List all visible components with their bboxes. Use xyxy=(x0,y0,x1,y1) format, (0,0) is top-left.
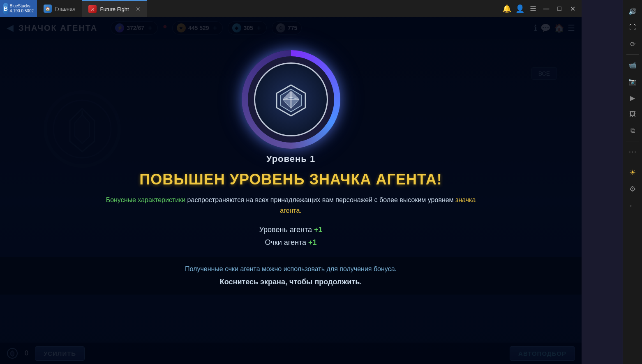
settings-icon[interactable]: ⚙ xyxy=(625,181,640,197)
stat1-label: Уровень агента xyxy=(259,226,312,234)
menu-icon[interactable]: ☰ xyxy=(527,3,539,14)
bluestacks-icon: B xyxy=(3,3,8,14)
tab-home-label: Главная xyxy=(55,6,75,12)
right-sidebar: 🔊 ⛶ ⟳ 📹 📷 ▶ 🖼 ⧉ ⋯ ☀ ⚙ ← xyxy=(623,0,642,364)
sidebar-divider-1 xyxy=(626,54,639,55)
modal-desc-highlight1: Бонусные характеристики xyxy=(106,196,186,203)
sidebar-divider-3 xyxy=(626,162,639,162)
badge-logo-icon xyxy=(270,79,312,120)
video-icon[interactable]: ▶ xyxy=(625,90,640,106)
stat1-bonus: +1 xyxy=(314,226,323,234)
volume-icon[interactable]: 🔊 xyxy=(625,3,640,19)
tab-game[interactable]: ⚔ Future Fight ✕ xyxy=(82,0,147,17)
minimize-button[interactable]: ─ xyxy=(540,3,552,14)
tab-home[interactable]: 🏠 Главная xyxy=(37,0,82,17)
badge-container xyxy=(242,50,340,149)
camera-record-icon[interactable]: 📹 xyxy=(625,57,640,73)
modal-stats: Уровень агента +1 Очки агента +1 xyxy=(259,226,322,247)
modal-hint-text: Полученные очки агента можно использоват… xyxy=(185,265,397,273)
tab-game-label: Future Fight xyxy=(100,6,129,12)
game-tab-icon: ⚔ xyxy=(88,5,97,13)
brightness-icon[interactable]: ☀ xyxy=(625,165,640,180)
modal-overlay[interactable]: Уровень 1 ПОВЫШЕН УРОВЕНЬ ЗНАЧКА АГЕНТА!… xyxy=(0,17,582,364)
account-icon[interactable]: 👤 xyxy=(514,3,526,14)
stat-row-2: Очки агента +1 xyxy=(265,238,316,247)
modal-continue-text[interactable]: Коснитесь экрана, чтобы продолжить. xyxy=(220,278,362,286)
home-tab-icon: 🏠 xyxy=(44,5,52,13)
stat-row-1: Уровень агента +1 xyxy=(259,226,322,234)
game-area: ◀ ЗНАЧОК АГЕНТА ⚡ 372/67 ＋ ● ★ 445 529 ＋… xyxy=(0,17,582,364)
modal-bottom-section: Полученные очки агента можно использоват… xyxy=(0,257,582,295)
bluestacks-version: BlueStacks4.190.0.5002 xyxy=(10,4,34,14)
gallery-icon[interactable]: 🖼 xyxy=(625,106,640,122)
stat2-bonus: +1 xyxy=(308,238,317,247)
titlebar: B BlueStacks4.190.0.5002 🏠 Главная ⚔ Fut… xyxy=(0,0,582,17)
rotate-icon[interactable]: ⟳ xyxy=(625,36,640,52)
window-controls: 🔔 👤 ☰ ─ □ ✕ xyxy=(501,3,582,14)
modal-desc-text: распространяются на всех принадлежащих в… xyxy=(185,196,455,203)
screenshot-icon[interactable]: 📷 xyxy=(625,74,640,89)
stat2-label: Очки агента xyxy=(265,238,306,247)
modal-main-title: ПОВЫШЕН УРОВЕНЬ ЗНАЧКА АГЕНТА! xyxy=(139,171,442,188)
back-nav-icon[interactable]: ← xyxy=(625,198,640,213)
tab-close-icon[interactable]: ✕ xyxy=(136,6,141,12)
close-button[interactable]: ✕ xyxy=(567,3,578,14)
copy-icon[interactable]: ⧉ xyxy=(625,123,640,138)
modal-level-label: Уровень 1 xyxy=(266,154,315,164)
more-dots-icon[interactable]: ⋯ xyxy=(625,144,640,159)
sidebar-divider-2 xyxy=(626,141,639,141)
bluestacks-logo[interactable]: B BlueStacks4.190.0.5002 xyxy=(0,0,37,17)
maximize-button[interactable]: □ xyxy=(554,3,565,14)
badge-inner-circle xyxy=(254,62,328,136)
modal-description: Бонусные характеристики распространяются… xyxy=(106,195,476,216)
notification-bell-icon[interactable]: 🔔 xyxy=(501,3,513,14)
fullscreen-icon[interactable]: ⛶ xyxy=(625,20,640,35)
